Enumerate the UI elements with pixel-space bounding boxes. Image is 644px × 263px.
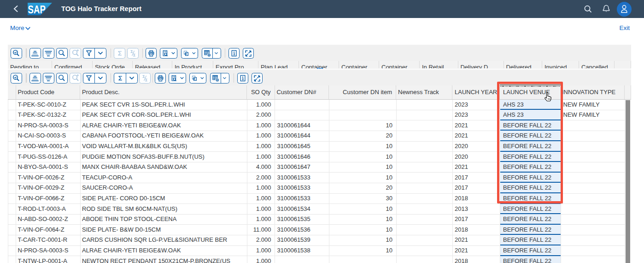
svg-text:SAP: SAP bbox=[28, 3, 46, 15]
